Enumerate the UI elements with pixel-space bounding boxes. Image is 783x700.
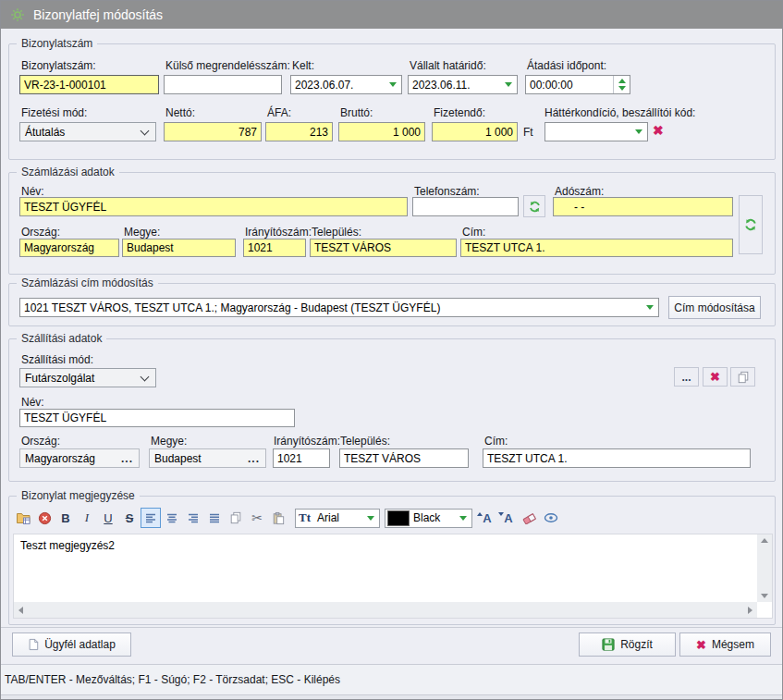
afa-input[interactable] (265, 122, 333, 141)
label-szallitasi-mod: Szállítási mód: (21, 353, 93, 366)
align-center-button[interactable] (162, 508, 182, 528)
font-family-combo[interactable]: Tt Arial (295, 509, 380, 528)
shipping-more-button[interactable]: ... (674, 367, 699, 387)
billing-nev-input[interactable] (19, 197, 408, 216)
chevron-down-icon (141, 372, 150, 381)
font-color-combo[interactable]: Black (385, 509, 472, 528)
chevron-down-icon (505, 82, 512, 87)
spinner-buttons[interactable] (613, 76, 630, 93)
billing-cim-input[interactable] (460, 239, 733, 257)
titlebar[interactable]: Bizonylatfej módosítás (1, 1, 782, 29)
shipping-orszag-picker[interactable]: Magyarország ... (19, 448, 140, 468)
shipping-delete-button[interactable]: ✖ (703, 367, 728, 387)
color-swatch (387, 510, 410, 526)
copy-icon (229, 511, 242, 524)
align-right-icon (187, 512, 200, 524)
kulso-megrendelesszam-input[interactable] (164, 75, 282, 94)
font-icon: Tt (296, 510, 313, 525)
kelt-date-combo[interactable]: 2023.06.07. (290, 75, 402, 94)
billing-iranyitoszam-input[interactable] (243, 239, 306, 257)
telefonszam-input[interactable] (412, 197, 519, 216)
billing-telepules-input[interactable] (310, 239, 457, 257)
billing-orszag-input[interactable] (19, 239, 119, 257)
align-right-button[interactable] (183, 508, 203, 528)
save-floppy-icon (602, 638, 615, 651)
bizonylatszam-input[interactable] (19, 75, 159, 94)
group-megjegyzes-title: Bizonylat megjegyzése (17, 489, 140, 502)
decrease-font-button[interactable]: A (498, 508, 519, 528)
chevron-down-icon (141, 126, 150, 135)
label-billing-megye: Megye: (124, 226, 160, 239)
label-vallalt-hatarido: Vállalt határidő: (410, 59, 486, 72)
scroll-down-icon (761, 594, 768, 598)
align-left-button[interactable] (141, 508, 161, 528)
hatterkondicio-combo[interactable] (544, 122, 648, 141)
paste-button[interactable] (268, 508, 288, 528)
shipping-copy-button[interactable] (730, 367, 755, 387)
group-szamlazasi-title: Számlázási adatok (17, 166, 119, 178)
billing-address-combo[interactable]: 1021 TESZT VÁROS, TESZT UTCA 1.; Magyaro… (19, 298, 659, 317)
insert-object-button[interactable] (13, 508, 33, 528)
folder-icon (16, 510, 31, 525)
align-justify-button[interactable] (204, 508, 225, 528)
megsem-cancel-button[interactable]: ✖ Mégsem (679, 632, 771, 657)
italic-button[interactable]: I (77, 508, 97, 528)
adoszam-input[interactable] (553, 197, 733, 216)
shipping-cim-input[interactable] (483, 448, 751, 468)
cancel-format-button[interactable] (34, 508, 55, 528)
label-afa: ÁFA: (267, 106, 291, 119)
billing-refresh-button[interactable] (739, 195, 763, 254)
label-kelt: Kelt: (292, 59, 314, 72)
label-hatterkondicio: Háttérkondíció, beszállítói kód: (544, 106, 695, 119)
bold-button[interactable]: B (55, 508, 76, 528)
shipping-megye-picker[interactable]: Budapest ... (149, 448, 266, 468)
comment-textarea[interactable]: Teszt megjegyzés2 (14, 534, 757, 602)
copy-button[interactable] (226, 508, 246, 528)
group-cim-modositas-title: Számlázási cím módosítás (17, 276, 158, 289)
ugyfel-adatlap-button[interactable]: Ügyfél adatlap (12, 632, 131, 657)
brutto-input[interactable] (338, 122, 425, 141)
horizontal-scrollbar[interactable] (14, 602, 757, 618)
fizetendo-input[interactable] (432, 122, 518, 141)
increase-font-button[interactable]: A (477, 508, 497, 528)
vertical-scrollbar[interactable] (757, 534, 772, 602)
status-bar: TAB/ENTER - Mezőváltás; F1 - Súgó; F2 - … (1, 665, 782, 694)
refresh-icon (743, 217, 758, 232)
underline-button[interactable]: U (98, 508, 118, 528)
paste-icon (272, 511, 285, 525)
preview-eye-button[interactable] (541, 508, 561, 528)
cim-modositasa-button[interactable]: Cím módosítása (668, 296, 761, 319)
atadasi-idopont-spinner[interactable]: 00:00:00 (525, 75, 630, 94)
fizetesi-mod-select[interactable]: Átutalás (19, 122, 156, 141)
netto-input[interactable] (164, 122, 262, 141)
label-brutto: Bruttó: (340, 106, 373, 119)
strikethrough-button[interactable]: S (119, 508, 140, 528)
label-billing-nev: Név: (21, 185, 44, 198)
document-icon (28, 638, 39, 651)
group-szamlazasi-adatok: Számlázási adatok (8, 172, 776, 275)
vallalt-hatarido-combo[interactable]: 2023.06.11. (408, 75, 518, 94)
telefonszam-refresh-button[interactable] (523, 195, 545, 217)
label-shipping-telepules: Település: (340, 435, 390, 448)
app-gear-icon (10, 7, 25, 22)
billing-megye-input[interactable] (122, 239, 236, 257)
cut-button[interactable]: ✂ (247, 508, 267, 528)
label-billing-iranyitoszam: Irányítószám: (245, 226, 312, 239)
label-shipping-nev: Név: (21, 396, 44, 409)
clear-hatterkondicio-button[interactable]: ✖ (653, 125, 664, 137)
shipping-telepules-input[interactable] (339, 448, 469, 468)
align-left-icon (144, 512, 157, 524)
ellipsis-icon: ... (248, 452, 265, 465)
shipping-iranyitoszam-input[interactable] (273, 448, 330, 468)
szallitasi-mod-select[interactable]: Futárszolgálat (19, 368, 156, 387)
label-shipping-megye: Megye: (151, 435, 187, 448)
label-shipping-cim: Cím: (484, 435, 508, 448)
eraser-button[interactable] (520, 508, 540, 528)
chevron-down-icon (459, 516, 467, 521)
rogzit-save-button[interactable]: Rögzít (579, 632, 676, 657)
label-fizetendo: Fizetendő: (434, 106, 485, 119)
label-billing-orszag: Ország: (21, 226, 60, 239)
chevron-down-icon (389, 82, 397, 87)
window-bottom-strip (1, 695, 782, 700)
shipping-nev-input[interactable] (19, 409, 295, 427)
